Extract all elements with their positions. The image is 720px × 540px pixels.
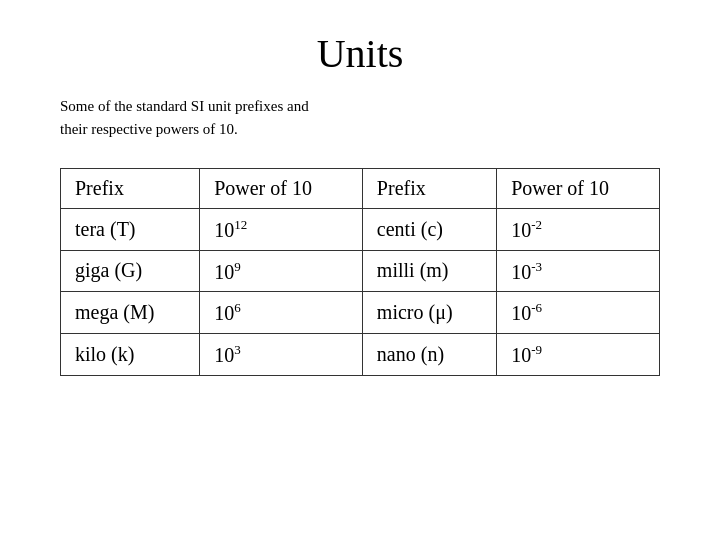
table-row: tera (T) 1012 centi (c) 10-2	[61, 209, 660, 251]
table-row: giga (G) 109 milli (m) 10-3	[61, 250, 660, 292]
cell-prefix-giga: giga (G)	[61, 250, 200, 292]
cell-prefix-micro: micro (μ)	[362, 292, 496, 334]
cell-power-tera: 1012	[200, 209, 363, 251]
table-row: mega (M) 106 micro (μ) 10-6	[61, 292, 660, 334]
table-header-row: Prefix Power of 10 Prefix Power of 10	[61, 169, 660, 209]
table-row: kilo (k) 103 nano (n) 10-9	[61, 333, 660, 375]
cell-prefix-mega: mega (M)	[61, 292, 200, 334]
cell-power-giga: 109	[200, 250, 363, 292]
cell-power-milli: 10-3	[497, 250, 660, 292]
cell-power-mega: 106	[200, 292, 363, 334]
cell-power-micro: 10-6	[497, 292, 660, 334]
cell-prefix-nano: nano (n)	[362, 333, 496, 375]
units-table: Prefix Power of 10 Prefix Power of 10 te…	[60, 168, 660, 376]
cell-prefix-milli: milli (m)	[362, 250, 496, 292]
page-title: Units	[317, 30, 404, 77]
header-power-1: Power of 10	[200, 169, 363, 209]
cell-power-kilo: 103	[200, 333, 363, 375]
header-power-2: Power of 10	[497, 169, 660, 209]
header-prefix-2: Prefix	[362, 169, 496, 209]
cell-power-centi: 10-2	[497, 209, 660, 251]
header-prefix-1: Prefix	[61, 169, 200, 209]
cell-power-nano: 10-9	[497, 333, 660, 375]
cell-prefix-kilo: kilo (k)	[61, 333, 200, 375]
cell-prefix-tera: tera (T)	[61, 209, 200, 251]
description-text: Some of the standard SI unit prefixes an…	[60, 95, 309, 140]
cell-prefix-centi: centi (c)	[362, 209, 496, 251]
